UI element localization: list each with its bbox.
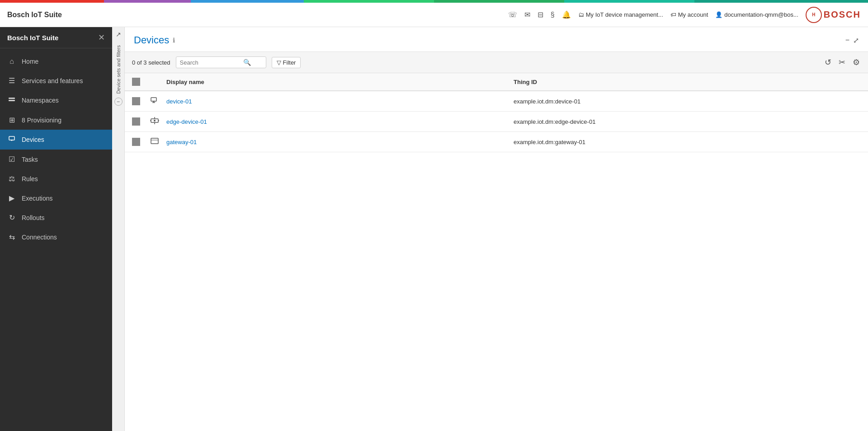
sidebar: Bosch IoT Suite ✕ ⌂ Home ☰ Services and … <box>0 27 112 431</box>
sidebar-item-executions[interactable]: ▶ Executions <box>0 188 112 208</box>
filter-label: Filter <box>283 59 296 66</box>
sidebar-title: Bosch IoT Suite <box>7 34 58 42</box>
table-row[interactable]: gateway-01 example.iot.dm:gateway-01 <box>125 132 868 152</box>
svg-rect-1 <box>9 100 15 101</box>
account-icon: 🏷 <box>670 11 676 18</box>
search-icon[interactable]: 🔍 <box>243 59 251 66</box>
filter-button[interactable]: ▽ Filter <box>272 57 301 68</box>
namespaces-icon <box>7 96 16 105</box>
selection-count: 0 of 3 selected <box>132 59 170 66</box>
device-thing-id-1: example.iot.dm:edge-device-01 <box>514 118 861 125</box>
sidebar-item-provisioning-label: 8 Provisioning <box>22 117 61 124</box>
app-title: Bosch IoT Suite <box>7 11 62 19</box>
cut-icon[interactable]: ✂ <box>838 56 846 68</box>
table-header: Display name Thing ID <box>125 73 868 91</box>
device-name-1: edge-device-01 <box>166 118 514 125</box>
sidebar-item-home-label: Home <box>22 58 38 65</box>
toolbar: 0 of 3 selected 🔍 ▽ Filter ↺ ✂ ⚙ <box>125 52 868 73</box>
sidebar-item-services-label: Services and features <box>22 77 83 84</box>
bosch-logo-text: BOSCH <box>824 9 861 20</box>
phone-icon[interactable]: ☏ <box>508 10 517 19</box>
header-left: Bosch IoT Suite <box>7 11 62 19</box>
sidebar-close-button[interactable]: ✕ <box>98 33 105 42</box>
header-right: ☏ ✉ ⊟ § 🔔 🗂 My IoT device management... … <box>508 7 861 23</box>
sidebar-item-devices[interactable]: Devices <box>0 130 112 150</box>
sidebar-nav: ⌂ Home ☰ Services and features Namespace… <box>0 48 112 431</box>
home-icon: ⌂ <box>7 57 16 66</box>
user-label[interactable]: 👤 documentation-qmm@bos... <box>715 11 798 18</box>
book-icon[interactable]: ⊟ <box>538 10 543 19</box>
device-name-0: device-01 <box>166 98 514 105</box>
svg-rect-15 <box>151 138 158 144</box>
device-thing-id-0: example.iot.dm:device-01 <box>514 98 861 105</box>
sidebar-item-connections-label: Connections <box>22 234 57 241</box>
bosch-logo: H BOSCH <box>806 7 861 23</box>
search-input[interactable] <box>180 59 243 66</box>
select-all-checkbox[interactable] <box>132 78 140 86</box>
maximize-icon[interactable]: ⤢ <box>853 36 859 45</box>
executions-icon: ▶ <box>7 194 16 202</box>
account-label[interactable]: 🏷 My account <box>670 11 708 18</box>
filter-icon: ▽ <box>277 59 281 66</box>
main-layout: Bosch IoT Suite ✕ ⌂ Home ☰ Services and … <box>0 27 868 431</box>
device-icon-2 <box>150 136 166 147</box>
row-checkbox-0[interactable] <box>132 97 140 105</box>
sidebar-item-home[interactable]: ⌂ Home <box>0 52 112 71</box>
svg-point-14 <box>154 120 156 122</box>
sidebar-item-tasks-label: Tasks <box>22 156 38 163</box>
page-header-actions: − ⤢ <box>845 36 859 45</box>
sidebar-header: Bosch IoT Suite ✕ <box>0 27 112 48</box>
email-icon[interactable]: ✉ <box>524 10 530 19</box>
provisioning-icon: ⊞ <box>7 116 16 124</box>
svg-rect-2 <box>9 136 14 140</box>
main-content: Devices ℹ − ⤢ 0 of 3 selected 🔍 ▽ Filter… <box>125 27 868 431</box>
svg-rect-0 <box>9 98 15 99</box>
row-checkbox-2[interactable] <box>132 138 140 146</box>
device-icon-0 <box>150 96 166 107</box>
sidebar-item-rules-label: Rules <box>22 175 38 183</box>
paragraph-icon[interactable]: § <box>551 11 555 19</box>
device-name-2: gateway-01 <box>166 139 514 145</box>
app-header: Bosch IoT Suite ☏ ✉ ⊟ § 🔔 🗂 My IoT devic… <box>0 3 868 27</box>
workspace-label[interactable]: 🗂 My IoT device management... <box>578 11 663 18</box>
table-row[interactable]: device-01 example.iot.dm:device-01 <box>125 91 868 112</box>
row-checkbox-container-0 <box>132 97 150 105</box>
collapse-minus-button[interactable]: − <box>114 98 123 106</box>
collapse-panel: ↗ Device sets and filters − <box>112 27 125 431</box>
sidebar-item-connections[interactable]: ⇆ Connections <box>0 227 112 247</box>
workspace-icon: 🗂 <box>578 11 584 18</box>
device-icon-1 <box>150 116 166 127</box>
page-info-icon[interactable]: ℹ <box>173 37 175 44</box>
minimize-icon[interactable]: − <box>845 36 849 45</box>
search-box: 🔍 <box>176 56 266 68</box>
sidebar-item-provisioning[interactable]: ⊞ 8 Provisioning <box>0 110 112 130</box>
tasks-icon: ☑ <box>7 155 16 164</box>
sidebar-item-namespaces[interactable]: Namespaces <box>0 90 112 110</box>
table-row[interactable]: edge-device-01 example.iot.dm:edge-devic… <box>125 112 868 132</box>
rollouts-icon: ↻ <box>7 213 16 222</box>
row-checkbox-1[interactable] <box>132 117 140 126</box>
page-header: Devices ℹ − ⤢ <box>125 27 868 52</box>
bosch-logo-circle: H <box>806 7 822 23</box>
refresh-icon[interactable]: ↺ <box>824 56 832 68</box>
sidebar-item-services[interactable]: ☰ Services and features <box>0 71 112 90</box>
column-header-display-name: Display name <box>166 79 514 85</box>
user-icon: 👤 <box>715 11 722 18</box>
sidebar-item-namespaces-label: Namespaces <box>22 97 59 104</box>
services-icon: ☰ <box>7 76 16 85</box>
expand-collapse-arrow[interactable]: ↗ <box>116 31 121 38</box>
connections-icon: ⇆ <box>7 233 16 241</box>
rules-icon: ⚖ <box>7 174 16 183</box>
sidebar-item-rollouts-label: Rollouts <box>22 214 45 221</box>
settings-icon[interactable]: ⚙ <box>852 56 861 68</box>
devices-icon <box>7 135 16 144</box>
devices-table: Display name Thing ID device-01 e <box>125 73 868 431</box>
row-checkbox-container-2 <box>132 138 150 146</box>
page-title: Devices <box>134 34 169 46</box>
sidebar-item-tasks[interactable]: ☑ Tasks <box>0 150 112 169</box>
sidebar-item-rules[interactable]: ⚖ Rules <box>0 169 112 188</box>
sidebar-item-rollouts[interactable]: ↻ Rollouts <box>0 208 112 227</box>
header-checkbox-container <box>132 78 150 86</box>
bell-icon[interactable]: 🔔 <box>562 10 571 19</box>
svg-rect-5 <box>151 98 156 101</box>
